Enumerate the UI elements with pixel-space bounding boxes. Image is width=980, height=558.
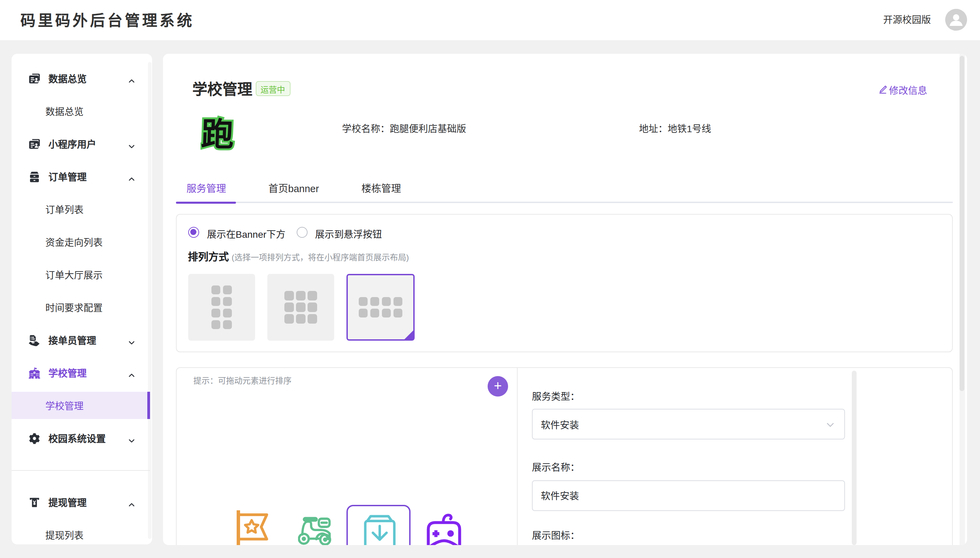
svg-text:跑: 跑 — [200, 116, 234, 153]
